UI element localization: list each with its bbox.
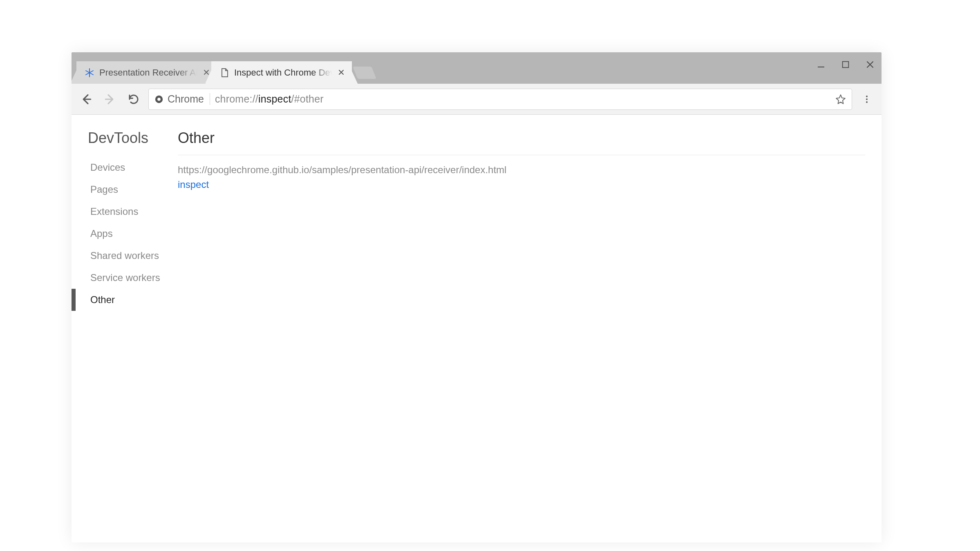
close-tab-icon[interactable] (338, 69, 345, 76)
menu-kebab-icon[interactable] (858, 90, 876, 108)
svg-point-11 (866, 101, 868, 103)
toolbar: Chrome chrome://inspect/#other (72, 84, 882, 115)
tab-title: Inspect with Chrome Dev (234, 67, 332, 78)
sidebar-item-other[interactable]: Other (72, 289, 178, 311)
svg-point-9 (866, 96, 868, 97)
close-window-icon[interactable] (863, 57, 877, 72)
snowflake-favicon-icon (85, 68, 94, 78)
svg-rect-4 (843, 62, 849, 68)
address-bar[interactable]: Chrome chrome://inspect/#other (148, 89, 852, 110)
bookmark-star-icon[interactable] (835, 94, 846, 105)
security-chip[interactable]: Chrome (154, 93, 210, 105)
tab-strip: Presentation Receiver API Inspect with C… (72, 52, 882, 84)
sidebar-item-service-workers[interactable]: Service workers (72, 267, 178, 289)
tab-inspect-devtools[interactable]: Inspect with Chrome Dev (211, 61, 352, 84)
target-url: https://googlechrome.github.io/samples/p… (178, 164, 865, 176)
back-button[interactable] (77, 90, 95, 108)
svg-point-8 (157, 98, 161, 101)
forward-button[interactable] (101, 90, 119, 108)
main-panel: Other https://googlechrome.github.io/sam… (178, 115, 882, 542)
tab-presentation-receiver[interactable]: Presentation Receiver API (76, 61, 217, 84)
sidebar-item-devices[interactable]: Devices (72, 156, 178, 178)
inspect-link[interactable]: inspect (178, 179, 209, 190)
sidebar-item-apps[interactable]: Apps (72, 223, 178, 245)
maximize-icon[interactable] (838, 57, 853, 72)
sidebar-item-extensions[interactable]: Extensions (72, 201, 178, 223)
window-controls (814, 52, 877, 77)
chip-label: Chrome (168, 93, 204, 105)
chrome-logo-icon (154, 95, 163, 104)
sidebar-title: DevTools (72, 129, 178, 156)
sidebar: DevTools Devices Pages Extensions Apps S… (72, 115, 178, 542)
browser-window: Presentation Receiver API Inspect with C… (72, 52, 882, 542)
sidebar-item-pages[interactable]: Pages (72, 178, 178, 201)
sidebar-item-shared-workers[interactable]: Shared workers (72, 245, 178, 267)
file-favicon-icon (219, 68, 229, 78)
page-heading: Other (178, 129, 865, 155)
page-content: DevTools Devices Pages Extensions Apps S… (72, 115, 882, 542)
svg-point-10 (866, 98, 868, 100)
tab-title: Presentation Receiver API (99, 67, 197, 78)
minimize-icon[interactable] (814, 57, 828, 72)
reload-button[interactable] (125, 90, 143, 108)
url-text: chrome://inspect/#other (215, 93, 324, 105)
